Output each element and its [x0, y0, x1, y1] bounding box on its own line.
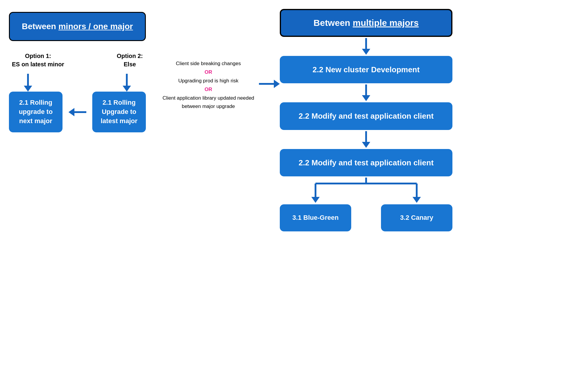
svg-marker-5 [311, 197, 320, 203]
option1-label: Option 1:ES on latest minor [12, 52, 64, 68]
left-section: Between minors / one major Option 1:ES o… [9, 12, 146, 132]
right-section: Between multiple majors 2.2 New cluster … [274, 9, 458, 231]
bottom-boxes-row: 2.1 Rolling upgrade to next major 2.1 Ro… [9, 92, 146, 132]
arrows-row [9, 74, 146, 92]
middle-section: Client side breaking changes OR Upgradin… [155, 59, 262, 111]
or2: OR [204, 87, 212, 92]
box-rolling-latest: 2.1 Rolling Upgrade to latest major [92, 92, 146, 132]
arrow-left-container [68, 92, 86, 132]
minors-label: Between minors / one major [22, 22, 133, 31]
box-rolling-next: 2.1 Rolling upgrade to next major [9, 92, 63, 132]
box-canary: 3.2 Canary [381, 204, 452, 231]
box-multiple-majors: Between multiple majors [280, 9, 452, 37]
options-row: Option 1:ES on latest minor Option 2:Els… [9, 52, 146, 68]
option2-label: Option 2:Else [117, 52, 143, 68]
box-blue-green: 3.1 Blue-Green [280, 204, 351, 231]
arrow-down-option1 [24, 74, 32, 92]
bottom-two-row: 3.1 Blue-Green 3.2 Canary [280, 204, 452, 231]
box-modify2: 2.2 Modify and test application client [280, 149, 452, 176]
condition-text: Client side breaking changes OR Upgradin… [155, 59, 262, 111]
box-modify1: 2.2 Modify and test application client [280, 102, 452, 130]
arrow-down-3 [362, 131, 370, 148]
arrow-down-option2 [123, 74, 131, 92]
arrow-down-1 [362, 38, 370, 55]
multiple-majors-label: Between multiple majors [313, 18, 418, 28]
arrow-left [68, 108, 86, 116]
box-new-cluster: 2.2 New cluster Development [280, 56, 452, 83]
or1: OR [204, 69, 212, 75]
svg-marker-6 [413, 197, 421, 203]
arrow-down-2 [362, 84, 370, 101]
split-arrows [280, 178, 452, 204]
diagram-container: Between minors / one major Option 1:ES o… [0, 0, 581, 392]
split-arrows-svg [280, 178, 452, 204]
box-minors: Between minors / one major [9, 12, 146, 41]
